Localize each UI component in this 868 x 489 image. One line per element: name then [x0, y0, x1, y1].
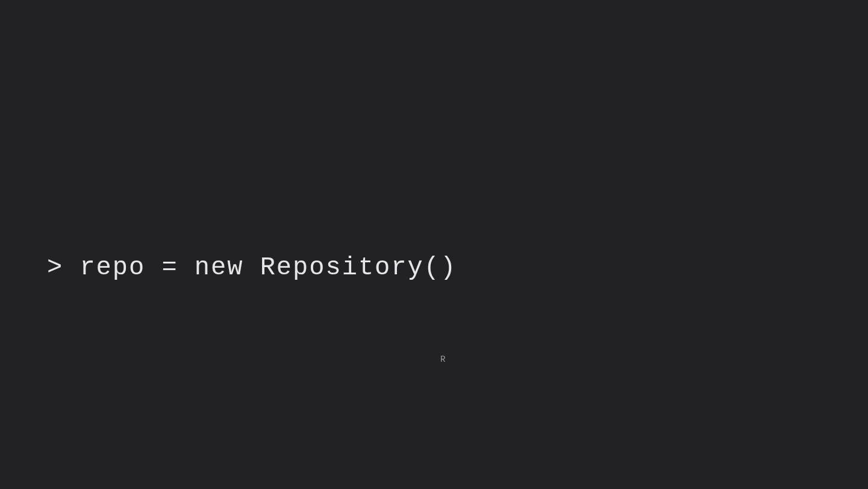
- code-line: > repo = new Repository(): [47, 253, 457, 282]
- stray-letter: R: [440, 355, 445, 364]
